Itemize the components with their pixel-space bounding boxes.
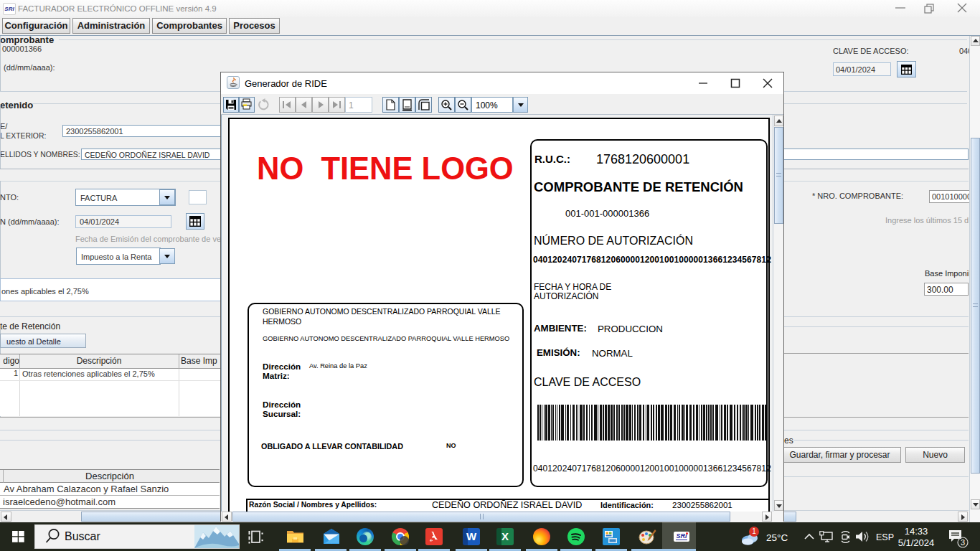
svg-text:3: 3	[961, 538, 965, 547]
